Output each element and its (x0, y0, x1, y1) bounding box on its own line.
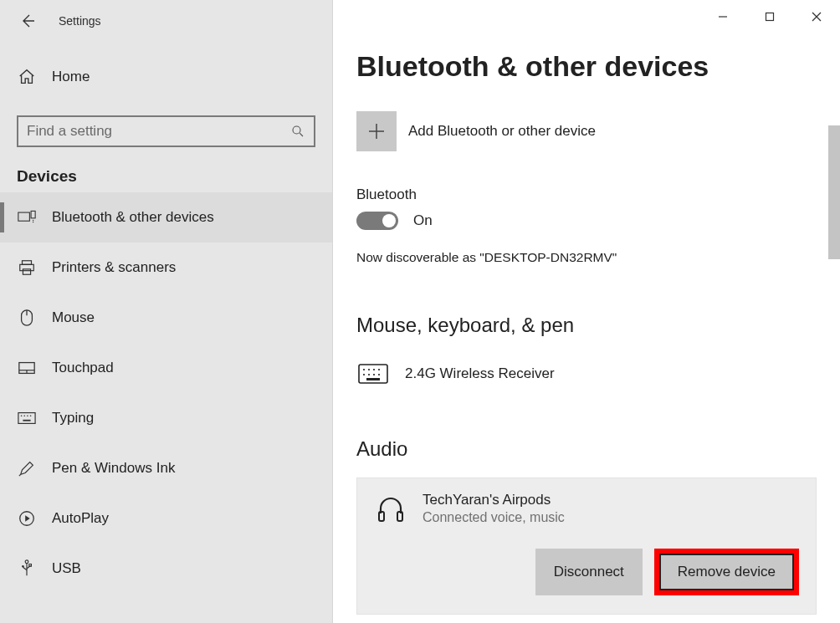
sidebar-item-pen[interactable]: Pen & Windows Ink (0, 443, 332, 493)
audio-actions: Disconnect Remove device (374, 549, 799, 595)
sidebar-item-usb[interactable]: USB (0, 544, 332, 594)
svg-point-35 (373, 374, 375, 375)
audio-device-info: TechYaran's Airpods Connected voice, mus… (423, 492, 565, 525)
sidebar-item-typing[interactable]: Typing (0, 393, 332, 443)
disconnect-button[interactable]: Disconnect (535, 549, 643, 595)
window-title: Settings (59, 14, 101, 28)
main: Bluetooth & other devices Add Bluetooth … (333, 0, 840, 623)
audio-device-name: TechYaran's Airpods (423, 492, 565, 508)
sidebar-item-label: Printers & scanners (52, 259, 176, 276)
titlebar: Settings (0, 0, 332, 42)
svg-point-15 (23, 415, 25, 416)
toggle-state-label: On (413, 212, 433, 229)
content: Bluetooth & other devices Add Bluetooth … (333, 0, 840, 623)
svg-point-20 (25, 560, 28, 564)
svg-point-3 (33, 220, 33, 221)
svg-rect-18 (23, 420, 30, 421)
devices-icon (17, 207, 37, 227)
search-icon (290, 124, 305, 139)
svg-point-16 (27, 415, 28, 416)
category-title: Devices (0, 152, 332, 192)
svg-point-4 (33, 222, 33, 222)
svg-rect-5 (23, 261, 32, 265)
device-row-receiver[interactable]: 2.4G Wireless Receiver (356, 354, 817, 437)
svg-rect-1 (18, 212, 30, 221)
svg-rect-37 (366, 378, 380, 380)
sidebar-item-label: Bluetooth & other devices (52, 209, 214, 226)
usb-icon (17, 559, 37, 579)
bluetooth-toggle[interactable] (356, 212, 398, 230)
add-device-label: Add Bluetooth or other device (408, 123, 596, 140)
sidebar-item-label: Touchpad (52, 360, 114, 376)
touchpad-icon (17, 358, 37, 378)
bluetooth-toggle-row: On (356, 212, 817, 230)
autoplay-icon (17, 508, 37, 529)
sidebar-item-autoplay[interactable]: AutoPlay (0, 493, 332, 544)
home-label: Home (52, 69, 90, 85)
audio-device-block[interactable]: TechYaran's Airpods Connected voice, mus… (356, 477, 817, 615)
sidebar-item-label: Typing (52, 410, 94, 426)
discoverable-text: Now discoverable as "DESKTOP-DN32RMV" (356, 250, 817, 265)
mouse-icon (17, 308, 37, 328)
svg-point-31 (373, 369, 375, 370)
svg-point-23 (22, 565, 24, 568)
svg-point-33 (363, 374, 365, 375)
svg-rect-13 (18, 413, 35, 424)
back-button[interactable] (8, 2, 47, 40)
sidebar-item-label: USB (52, 560, 81, 577)
sidebar-item-touchpad[interactable]: Touchpad (0, 343, 332, 393)
scrollbar[interactable] (828, 125, 840, 259)
svg-point-30 (368, 369, 370, 370)
svg-point-14 (21, 415, 23, 416)
headphones-icon (374, 492, 407, 525)
keyboard-icon (17, 408, 37, 428)
audio-device-header: TechYaran's Airpods Connected voice, mus… (374, 492, 799, 525)
svg-point-17 (30, 415, 32, 416)
bluetooth-label: Bluetooth (356, 186, 817, 203)
sidebar-item-label: AutoPlay (52, 510, 109, 527)
sidebar-item-bluetooth[interactable]: Bluetooth & other devices (0, 192, 332, 243)
pen-icon (17, 458, 37, 478)
audio-device-status: Connected voice, music (423, 510, 565, 525)
sidebar-item-home[interactable]: Home (0, 52, 332, 102)
search-input[interactable] (27, 123, 290, 140)
svg-point-34 (368, 374, 370, 375)
svg-point-36 (378, 374, 380, 375)
add-device-button[interactable]: Add Bluetooth or other device (356, 111, 817, 151)
sidebar-item-label: Pen & Windows Ink (52, 460, 175, 477)
toggle-knob (382, 214, 396, 227)
back-arrow-icon (19, 13, 36, 29)
search-wrap (0, 102, 332, 152)
remove-device-button[interactable]: Remove device (659, 554, 794, 590)
keyboard-device-icon (356, 357, 390, 391)
section-audio-heading: Audio (356, 437, 817, 461)
svg-rect-7 (23, 269, 30, 274)
nav: Home Devices Bluetooth & other devices P… (0, 42, 332, 594)
svg-point-32 (378, 369, 380, 370)
page-title: Bluetooth & other devices (356, 50, 817, 83)
printer-icon (17, 258, 37, 278)
sidebar-item-printers[interactable]: Printers & scanners (0, 243, 332, 293)
sidebar-item-mouse[interactable]: Mouse (0, 293, 332, 343)
plus-icon (367, 122, 386, 140)
svg-rect-6 (20, 264, 34, 270)
svg-rect-22 (29, 564, 32, 567)
sidebar-item-label: Mouse (52, 309, 95, 326)
remove-highlight: Remove device (654, 549, 799, 595)
home-icon (17, 67, 37, 87)
svg-point-0 (293, 126, 300, 134)
search-box[interactable] (17, 115, 315, 147)
device-label: 2.4G Wireless Receiver (405, 365, 555, 382)
svg-rect-2 (31, 211, 35, 217)
section-mouse-heading: Mouse, keyboard, & pen (356, 314, 817, 337)
add-tile (356, 111, 397, 151)
svg-point-29 (363, 369, 365, 370)
sidebar: Settings Home Devices Bluetooth & other … (0, 0, 333, 623)
